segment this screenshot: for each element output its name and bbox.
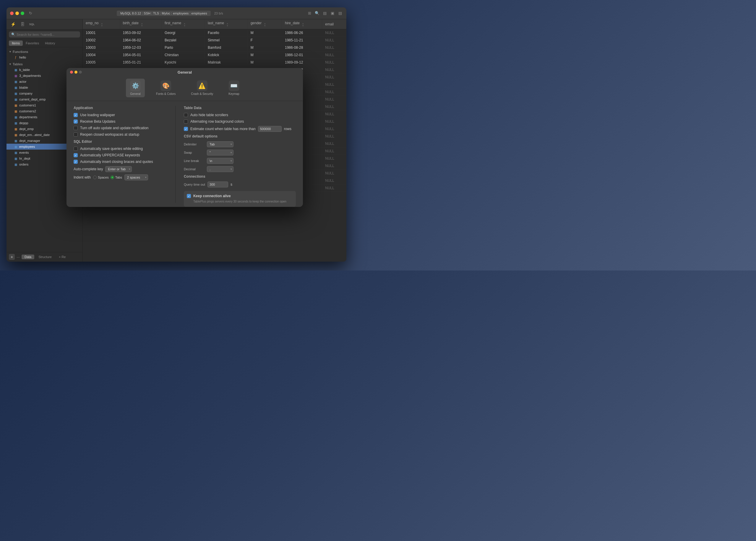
table-row[interactable]: 100011953-09-02GeorgiFacelloM1986-06-26N… xyxy=(83,29,346,37)
label-braces: Automatically insert closing braces and … xyxy=(80,160,153,164)
checkbox-wallpaper[interactable]: ✓ xyxy=(74,113,78,117)
rows-input[interactable] xyxy=(258,126,282,132)
tab-favorites[interactable]: Favorites xyxy=(23,41,42,46)
prefs-close[interactable] xyxy=(70,71,73,74)
panel-center-icon[interactable]: ▣ xyxy=(330,11,335,16)
pref-row-uppercase: ✓ Automatically UPPERCASE keywords xyxy=(74,153,167,157)
tab-re[interactable]: + Re xyxy=(56,255,69,259)
application-title: Application xyxy=(74,106,167,110)
col-hire_date[interactable]: hire_date ▲▼ xyxy=(282,19,322,29)
pref-row-autosave: Automatically save queries while editing xyxy=(74,147,167,151)
table-row[interactable]: 100031959-12-03PartoBamfordM1986-08-28NU… xyxy=(83,44,346,51)
table-row[interactable]: 100021964-06-02BezalelSimmelF1985-11-21N… xyxy=(83,37,346,44)
table-row[interactable]: 100041954-05-01ChirstianKoblickM1986-12-… xyxy=(83,51,346,59)
prefs-title: General xyxy=(178,70,192,75)
panel-left-icon[interactable]: ▤ xyxy=(322,11,327,16)
table-label: btable xyxy=(19,86,28,89)
table-label: departments xyxy=(19,115,37,119)
sidebar-item-hello[interactable]: ƒ hello xyxy=(7,54,83,60)
refresh-icon[interactable]: ↻ xyxy=(28,11,33,16)
tab-data[interactable]: Data xyxy=(22,255,34,259)
table-cell: 1985-11-21 xyxy=(282,37,322,44)
radio-tabs[interactable]: Tabs xyxy=(111,176,122,179)
delimiter-select-wrapper: Tab xyxy=(207,141,233,147)
delimiter-select[interactable]: Tab xyxy=(207,141,233,147)
tables-header[interactable]: ▼ Tables xyxy=(7,62,83,67)
pref-tab-keymap[interactable]: ⌨️ Keymap xyxy=(224,79,243,97)
table-cell: 1955-01-21 xyxy=(120,59,162,66)
table-label: 3_departments xyxy=(19,74,41,78)
checkbox-reopen[interactable] xyxy=(74,133,78,137)
checkbox-autoupdate[interactable] xyxy=(74,126,78,130)
checkbox-beta[interactable]: ✓ xyxy=(74,120,78,124)
sql-icon[interactable]: SQL xyxy=(28,21,36,28)
radio-spaces[interactable]: Spaces xyxy=(93,176,109,179)
pref-tab-general[interactable]: ⚙️ General xyxy=(126,79,145,97)
checkbox-braces[interactable]: ✓ xyxy=(74,160,78,164)
linebreak-select-wrapper: \n xyxy=(207,158,233,164)
warning-icon: ⚠️ xyxy=(197,80,207,91)
pref-tab-fonts[interactable]: 🎨 Fonts & Colors xyxy=(152,79,180,97)
prefs-zoom[interactable] xyxy=(79,71,82,74)
autocomplete-select[interactable]: Enter or Tab xyxy=(105,166,132,172)
sort-arrows: ▲▼ xyxy=(302,22,304,27)
connection-icon[interactable]: ⚡ xyxy=(9,21,17,28)
search-icon[interactable]: 🔍 xyxy=(314,11,320,16)
radio-spaces-circle xyxy=(93,176,97,179)
title-bar: ↻ MySQL 8.0.12 : SSH : TLS : Myloc : emp… xyxy=(7,7,346,19)
table-cell: NULL xyxy=(322,44,346,51)
tab-items[interactable]: Items xyxy=(9,41,23,46)
database-icon[interactable]: 🗄 xyxy=(18,21,27,28)
tab-structure[interactable]: Structure xyxy=(35,255,55,259)
pref-tab-general-label: General xyxy=(130,92,141,96)
keep-alive-row: ✓ Keep connection alive xyxy=(187,194,293,198)
table-cell: 1953-09-02 xyxy=(120,29,162,37)
col-birth_date[interactable]: birth_date ▲▼ xyxy=(120,19,162,29)
checkbox-autosave[interactable] xyxy=(74,147,78,151)
table-cell: 10005 xyxy=(83,59,120,66)
col-emp_no[interactable]: emp_no ▲▼ xyxy=(83,19,120,29)
table-cell: NULL xyxy=(322,51,346,59)
functions-header[interactable]: ▼ Functions xyxy=(7,49,83,54)
col-last_name[interactable]: last_name ▲▼ xyxy=(204,19,247,29)
panel-right-icon[interactable]: ▤ xyxy=(337,11,343,16)
csv-linebreak-row: Line break \n xyxy=(184,158,296,164)
search-icon-small: 🔍 xyxy=(11,33,15,36)
delimiter-label: Delimiter xyxy=(184,143,204,146)
swap-label: Swap xyxy=(184,151,204,154)
table-row[interactable]: 100051955-01-21KyoichiMaliniakM1989-09-1… xyxy=(83,59,346,66)
checkbox-estimate[interactable]: ✓ xyxy=(184,127,188,131)
checkbox-alternating[interactable] xyxy=(184,120,188,124)
checkbox-autohide[interactable] xyxy=(184,113,188,117)
table-icon: ▦ xyxy=(14,91,18,96)
close-button[interactable] xyxy=(10,12,14,15)
decimal-select[interactable]: . xyxy=(207,166,233,172)
col-gender[interactable]: gender ▲▼ xyxy=(247,19,282,29)
indent-size-select[interactable]: 2 spaces xyxy=(125,175,148,180)
apps-icon[interactable]: ⊞ xyxy=(307,11,312,16)
swap-select[interactable]: " xyxy=(207,150,233,156)
search-input[interactable] xyxy=(17,33,78,36)
minimize-button[interactable] xyxy=(15,12,19,15)
label-uppercase: Automatically UPPERCASE keywords xyxy=(80,153,140,157)
table-cell: NULL xyxy=(322,29,346,37)
linebreak-select[interactable]: \n xyxy=(207,158,233,164)
checkbox-keepalive[interactable]: ✓ xyxy=(187,194,191,198)
maximize-button[interactable] xyxy=(21,12,24,15)
table-icon: ▦ xyxy=(14,139,18,143)
table-cell: NULL xyxy=(322,140,346,148)
col-first_name[interactable]: first_name ▲▼ xyxy=(162,19,205,29)
table-cell: Georgi xyxy=(162,29,205,37)
tab-history[interactable]: History xyxy=(42,41,58,46)
add-button[interactable]: + xyxy=(9,254,15,260)
timeout-input[interactable] xyxy=(207,182,228,188)
table-label: b_table xyxy=(19,68,30,72)
prefs-minimize[interactable] xyxy=(75,71,78,74)
pref-tab-crash[interactable]: ⚠️ Crash & Security xyxy=(187,79,217,97)
col-email[interactable]: email xyxy=(322,19,346,29)
table-cell: NULL xyxy=(322,185,346,192)
keep-alive-label: Keep connection alive xyxy=(193,194,231,198)
table-cell: Chirstian xyxy=(162,51,205,59)
connection-label: MySQL 8.0.12 : SSH : TLS : Myloc : emplo… xyxy=(117,11,210,16)
checkbox-uppercase[interactable]: ✓ xyxy=(74,153,78,157)
